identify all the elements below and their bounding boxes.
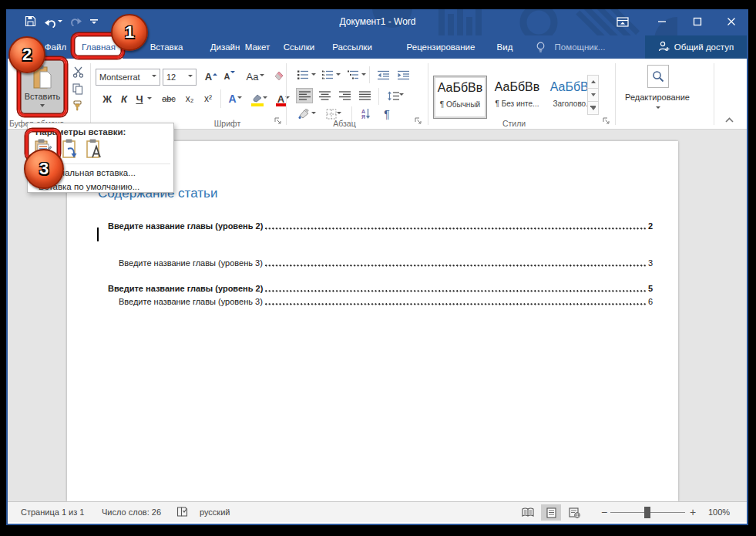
styles-dialog-launcher-icon[interactable] xyxy=(603,117,610,125)
shading-dropdown-icon xyxy=(311,112,316,116)
font-group-label: Шрифт xyxy=(185,119,270,128)
zoom-in-button[interactable]: + xyxy=(690,506,696,518)
tab-mailings[interactable]: Рассылки xyxy=(330,35,375,59)
share-label: Общий доступ xyxy=(674,42,734,52)
underline-button[interactable]: Ч xyxy=(133,91,146,106)
minimize-button[interactable] xyxy=(652,14,672,29)
save-icon[interactable] xyxy=(25,15,36,30)
font-dialog-launcher-icon[interactable] xyxy=(274,117,282,125)
increase-indent-button[interactable] xyxy=(395,67,412,83)
paragraph-dialog-launcher-icon[interactable] xyxy=(415,117,422,125)
superscript-button[interactable]: x² xyxy=(200,91,216,106)
dot-leader xyxy=(265,227,646,230)
highlighter-icon xyxy=(251,94,262,104)
styles-group-label: Стили xyxy=(470,119,558,128)
font-name-value: Montserrat xyxy=(99,72,140,82)
font-name-dropdown-icon[interactable] xyxy=(152,75,156,79)
highlight-dropdown-icon xyxy=(263,96,267,101)
font-size-combobox[interactable]: 12 xyxy=(163,69,197,86)
underline-dropdown-icon[interactable] xyxy=(147,97,152,102)
multilevel-list-dropdown-icon[interactable] xyxy=(361,73,366,78)
multilevel-list-button[interactable] xyxy=(344,67,361,83)
styles-more-icon[interactable] xyxy=(587,101,599,115)
clear-formatting-icon[interactable] xyxy=(271,69,285,83)
bold-button[interactable]: Ж xyxy=(100,91,114,106)
paste-merge-formatting-button[interactable] xyxy=(60,139,82,160)
word-count[interactable]: Число слов: 26 xyxy=(102,507,161,517)
toc-entry[interactable]: Введите название главы (уровень 2)5 xyxy=(108,284,653,293)
close-button[interactable] xyxy=(721,14,741,29)
grow-font-button[interactable]: А xyxy=(203,69,219,84)
numbered-list-button[interactable] xyxy=(319,67,336,83)
italic-button[interactable]: К xyxy=(117,91,131,106)
decrease-indent-button[interactable] xyxy=(375,67,391,83)
quick-access-toolbar xyxy=(25,13,98,32)
highlight-button[interactable] xyxy=(250,91,268,106)
ribbon-display-options-button[interactable] xyxy=(613,14,633,29)
align-right-button[interactable] xyxy=(336,88,353,103)
borders-dropdown-icon xyxy=(337,112,341,116)
toc-entry[interactable]: Введите название главы (уровень 3)6 xyxy=(119,297,653,306)
font-name-combobox[interactable]: Montserrat xyxy=(96,69,160,86)
share-person-icon xyxy=(658,41,670,53)
format-painter-icon[interactable] xyxy=(71,99,85,113)
search-icon xyxy=(652,70,664,83)
style-no-spacing[interactable]: АаБбВв ¶ Без инте... xyxy=(490,76,544,119)
bullet-list-dropdown-icon[interactable] xyxy=(311,73,316,78)
styles-scroll-up-icon[interactable] xyxy=(587,75,599,89)
page-indicator[interactable]: Страница 1 из 1 xyxy=(21,507,84,517)
dot-leader xyxy=(265,289,646,292)
web-layout-button[interactable] xyxy=(564,504,584,521)
maximize-button[interactable] xyxy=(687,14,707,29)
proofing-icon[interactable] xyxy=(176,506,188,519)
paragraph-group-label: Абзац xyxy=(301,119,388,128)
language-indicator[interactable]: русский xyxy=(200,507,230,517)
text-effects-button[interactable]: А xyxy=(227,91,244,106)
customize-qat-button[interactable] xyxy=(90,19,98,26)
numbered-list-dropdown-icon[interactable] xyxy=(336,73,341,78)
shrink-font-arrow-icon xyxy=(230,71,235,76)
undo-button[interactable] xyxy=(44,18,62,28)
undo-dropdown-icon[interactable] xyxy=(58,20,62,25)
editing-group-label[interactable]: Редактирование xyxy=(607,93,707,102)
font-size-dropdown-icon[interactable] xyxy=(188,75,193,79)
strikethrough-button[interactable]: abc xyxy=(159,91,179,106)
window-title: Документ1 - Word xyxy=(285,16,470,27)
tab-assistant[interactable]: Помощник... xyxy=(547,35,613,59)
read-mode-button[interactable] xyxy=(518,504,538,521)
editing-dropdown-icon[interactable] xyxy=(656,106,660,111)
align-center-button[interactable] xyxy=(316,88,333,103)
subscript-button[interactable]: x₂ xyxy=(182,91,197,106)
print-layout-button[interactable] xyxy=(541,504,561,521)
change-case-button[interactable]: Аа xyxy=(244,69,267,84)
line-spacing-button[interactable] xyxy=(384,88,407,103)
document-page[interactable]: Содержание статьи Введите название главы… xyxy=(67,141,678,501)
zoom-slider-handle[interactable] xyxy=(644,507,650,518)
line-spacing-dropdown-icon xyxy=(399,93,404,98)
zoom-level[interactable]: 100% xyxy=(708,507,730,517)
align-left-button[interactable] xyxy=(296,88,313,103)
shrink-font-button[interactable]: А xyxy=(222,69,237,84)
share-button[interactable]: Общий доступ xyxy=(645,35,747,59)
collapse-ribbon-icon[interactable] xyxy=(724,116,734,125)
bullet-list-button[interactable] xyxy=(294,67,311,83)
ribbon: Вставить Montserrat 12 А А Аа xyxy=(8,59,747,130)
find-button[interactable] xyxy=(647,65,669,88)
toc-entry[interactable]: Введите название главы (уровень 2)2 xyxy=(108,221,653,231)
zoom-out-button[interactable]: − xyxy=(601,506,607,518)
font-color-button[interactable]: А xyxy=(274,91,293,106)
styles-gallery-scrollbar[interactable] xyxy=(587,76,599,115)
tab-review[interactable]: Рецензирование xyxy=(401,35,481,59)
tab-insert[interactable]: Вставка xyxy=(145,35,188,59)
paste-keep-text-only-button[interactable] xyxy=(84,139,106,160)
text-cursor xyxy=(97,228,99,241)
copy-icon[interactable] xyxy=(71,82,85,96)
tab-view[interactable]: Вид xyxy=(493,35,516,59)
styles-scroll-down-icon[interactable] xyxy=(587,88,599,102)
tab-references[interactable]: Ссылки xyxy=(281,35,318,59)
toc-entry[interactable]: Введите название главы (уровень 3)3 xyxy=(119,258,653,268)
tab-layout[interactable]: Макет xyxy=(240,35,275,59)
cut-icon[interactable] xyxy=(71,65,85,79)
style-normal[interactable]: АаБбВв ¶ Обычный xyxy=(433,76,487,119)
justify-button[interactable] xyxy=(356,88,373,103)
